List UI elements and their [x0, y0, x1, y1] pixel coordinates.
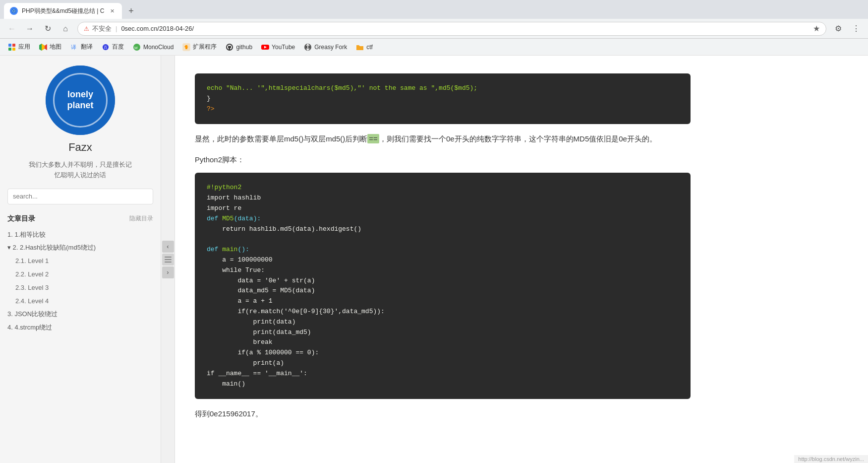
new-tab-button[interactable]: + [124, 4, 138, 18]
cb2-line-2: import hashlib [207, 193, 679, 203]
bookmark-monocloud-label: MonoCloud [143, 44, 174, 51]
section-title: Python2脚本： [195, 155, 691, 165]
toc-item-2-4[interactable]: 2.4. Level 4 [7, 295, 153, 308]
toc-item-4[interactable]: 4. 4.strcmp绕过 [7, 321, 153, 334]
cb2-line-18: print(a) [207, 358, 679, 369]
bookmark-baidu[interactable]: 百 百度 [98, 41, 128, 54]
youtube-icon [261, 43, 269, 51]
back-button[interactable]: ← [4, 21, 20, 37]
bookmark-monocloud[interactable]: M MonoCloud [129, 41, 177, 54]
cb2-line-9: while True: [207, 265, 679, 276]
page-content: lonely planet Fazx 我们大多数人并不聪明，只是擅长记 忆聪明人… [0, 56, 868, 463]
menu-button[interactable]: ⋮ [848, 21, 864, 37]
toc-title: 文章目录 隐藏目录 [7, 214, 153, 223]
bookmark-youtube[interactable]: YouTube [257, 41, 299, 54]
toc-label: 文章目录 [7, 214, 35, 223]
cb2-line-5: return hashlib.md5(data).hexdigest() [207, 224, 679, 235]
bookmark-github[interactable]: github [222, 41, 256, 54]
code-line-1: echo "Nah... '",htmlspecialchars($md5),"… [207, 83, 679, 94]
translate-icon: 译 [70, 43, 78, 51]
code-block-1: echo "Nah... '",htmlspecialchars($md5),"… [195, 73, 691, 124]
map-icon [39, 43, 47, 51]
toc-item-2-1[interactable]: 2.1. Level 1 [7, 255, 153, 268]
forward-button[interactable]: → [22, 21, 38, 37]
toc-item-3[interactable]: 3. JSON比较绕过 [7, 308, 153, 321]
scroll-up-button[interactable]: ‹ [162, 241, 174, 253]
cb2-line-4: def MD5(data): [207, 214, 679, 224]
svg-marker-7 [39, 44, 42, 51]
svg-marker-9 [45, 44, 47, 50]
scroll-handle-area: ‹ › [161, 56, 175, 463]
active-tab[interactable]: PHP弱类型&&md5碰撞总结 | C ✕ [4, 3, 122, 19]
bookmark-greasy-fork-label: Greasy Fork [314, 44, 347, 51]
sidebar: lonely planet Fazx 我们大多数人并不聪明，只是擅长记 忆聪明人… [0, 56, 161, 463]
greasy-fork-icon [304, 43, 312, 51]
cb2-line-7: def main(): [207, 245, 679, 255]
bookmark-translate[interactable]: 译 翻译 [66, 41, 97, 54]
puzzle-icon [182, 43, 190, 51]
monocloud-icon: M [133, 43, 141, 51]
scroll-drag-handle[interactable] [162, 254, 174, 265]
cb2-line-17: if(a % 1000000 == 0): [207, 348, 679, 358]
avatar-circle: lonely planet [46, 66, 115, 135]
author-name: Fazx [68, 141, 92, 154]
extensions-button[interactable]: ⚙ [830, 21, 846, 37]
bookmark-extensions[interactable]: 扩展程序 [178, 41, 221, 54]
main-content: echo "Nah... '",htmlspecialchars($md5),"… [175, 56, 868, 463]
bookmark-maps-label: 地图 [50, 43, 61, 51]
bookmark-star-icon[interactable]: ★ [813, 24, 820, 33]
paragraph-1: 显然，此时的参数需要单层md5()与双层md5()后判断==，则我们需要找一个0… [195, 132, 691, 145]
avatar-inner: lonely planet [53, 73, 108, 128]
code-block-2: #!python2 import hashlib import re def M… [195, 173, 691, 399]
search-input[interactable] [7, 189, 153, 204]
highlight-equals: == [367, 134, 379, 143]
bookmark-apps[interactable]: 应用 [4, 41, 34, 54]
bookmarks-bar: 应用 地图 译 翻译 百 百度 [0, 39, 868, 56]
folder-icon [356, 43, 364, 51]
svg-text:译: 译 [71, 44, 76, 50]
bookmark-greasy-fork[interactable]: Greasy Fork [300, 41, 351, 54]
tab-bar: PHP弱类型&&md5碰撞总结 | C ✕ + [0, 0, 868, 19]
security-icon: ⚠ [84, 25, 89, 32]
cb2-line-11: data_md5 = MD5(data) [207, 286, 679, 296]
toc-item-2-3[interactable]: 2.3. Level 3 [7, 281, 153, 295]
home-button[interactable]: ⌂ [58, 21, 73, 37]
svg-marker-8 [42, 44, 45, 51]
svg-text:M: M [134, 46, 138, 50]
baidu-icon: 百 [102, 43, 110, 51]
bookmark-youtube-label: YouTube [272, 44, 295, 51]
reload-button[interactable]: ↻ [40, 21, 56, 37]
url-text[interactable]: 0sec.com.cn/2018-04-26/ [121, 25, 194, 32]
scroll-down-button[interactable]: › [162, 266, 174, 278]
cb2-line-14: print(data) [207, 317, 679, 328]
cb2-line-6 [207, 234, 679, 245]
cb2-line-19: if __name__ == '__main__': [207, 369, 679, 379]
bookmark-translate-label: 翻译 [81, 43, 93, 51]
tab-close-button[interactable]: ✕ [108, 7, 116, 15]
github-icon [226, 43, 233, 51]
toc-item-2-2[interactable]: 2.2. Level 2 [7, 268, 153, 281]
tab-title: PHP弱类型&&md5碰撞总结 | C [22, 7, 104, 15]
toc-item-2[interactable]: ▾ 2. 2.Hash比较缺陷(md5绕过) [7, 241, 153, 255]
toc-item-1[interactable]: 1. 1.相等比较 [7, 228, 153, 242]
toc-toggle-button[interactable]: 隐藏目录 [129, 214, 153, 223]
bookmark-ctf[interactable]: ctf [352, 41, 377, 54]
bookmark-extensions-label: 扩展程序 [193, 43, 217, 51]
paragraph-1-before: 显然，此时的参数需要单层md5()与双层md5()后判断 [195, 134, 367, 143]
address-bar[interactable]: ⚠ 不安全 | 0sec.com.cn/2018-04-26/ ★ [77, 22, 826, 36]
handle-line-2 [165, 259, 172, 260]
bookmark-maps[interactable]: 地图 [35, 41, 65, 54]
security-label: 不安全 [92, 24, 112, 33]
paragraph-1-after: ，则我们需要找一个0e开头的纯数字字符串，这个字符串的MD5值依旧是0e开头的。 [379, 134, 657, 143]
cb2-line-15: print(data_md5) [207, 328, 679, 338]
svg-rect-3 [12, 44, 15, 47]
svg-text:百: 百 [104, 45, 108, 50]
cb2-line-8: a = 100000000 [207, 255, 679, 265]
handle-line-3 [165, 262, 172, 263]
bookmark-ctf-label: ctf [366, 44, 373, 51]
nav-bar: ← → ↻ ⌂ ⚠ 不安全 | 0sec.com.cn/2018-04-26/ … [0, 19, 868, 39]
code-line-3: ?> [207, 104, 679, 115]
status-bar: http://blog.csdn.net/wyzin... [794, 455, 868, 463]
browser-window: PHP弱类型&&md5碰撞总结 | C ✕ + ← → ↻ ⌂ ⚠ 不安全 | … [0, 0, 868, 463]
svg-rect-2 [8, 44, 11, 47]
